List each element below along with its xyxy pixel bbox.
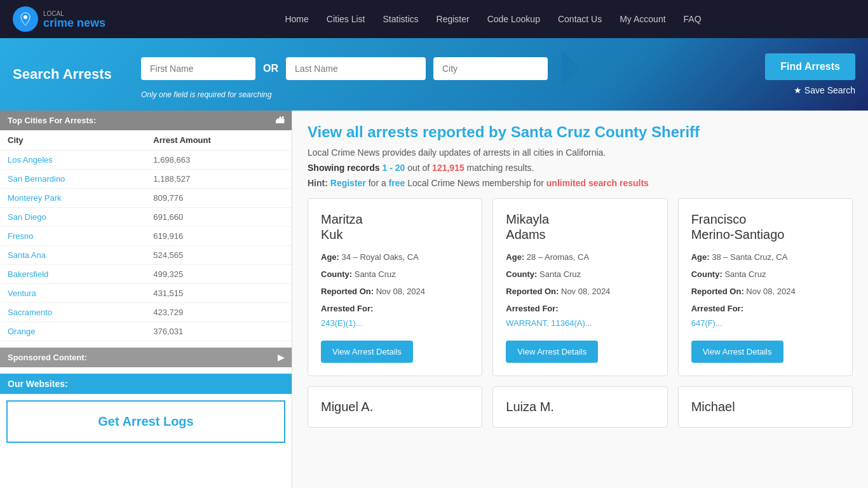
city-link[interactable]: Bakersfield (8, 269, 48, 279)
nav-code-lookup[interactable]: Code Lookup (487, 14, 540, 24)
arrest-card: FranciscoMerino-Santiago Age: 38 – Santa… (678, 198, 853, 376)
arrest-amount: 431,515 (146, 284, 292, 303)
page-description: Local Crime News provides daily updates … (308, 147, 853, 158)
save-search-button[interactable]: ★ Save Search (794, 85, 855, 95)
arrest-reported: Reported On: Nov 08, 2024 (321, 287, 469, 296)
find-arrests-button[interactable]: Find Arrests (765, 53, 855, 80)
arrest-amount: 809,776 (146, 189, 292, 208)
city-link[interactable]: San Diego (8, 212, 46, 222)
arrest-card-partial: Miguel A. (308, 386, 482, 428)
arrest-name-partial: Michael (691, 400, 839, 414)
sidebar: Top Cities For Arrests: 🏙 City Arrest Am… (0, 111, 292, 488)
table-row: Bakersfield499,325 (0, 265, 292, 284)
get-arrest-logs-title: Get Arrest Logs (20, 414, 271, 429)
logo[interactable]: LOCAL crime news (13, 6, 105, 32)
search-bar: Search Arrests OR Only one field is requ… (0, 38, 868, 111)
city-link[interactable]: Monterey Park (8, 193, 62, 203)
nav-home[interactable]: Home (285, 14, 308, 24)
arrest-amount: 1,698,663 (146, 151, 292, 170)
table-row: Sacramento423,729 (0, 303, 292, 322)
arrest-amount: 524,565 (146, 246, 292, 265)
search-title: Search Arrests (13, 66, 127, 83)
city-col-header: City (0, 130, 146, 151)
record-range: 1 - 20 (382, 163, 405, 173)
arrest-amount: 691,660 (146, 208, 292, 227)
search-bar-row: OR (141, 50, 721, 88)
search-bar-inner: OR Only one field is required for search… (141, 50, 721, 99)
play-icon: ▶ (278, 353, 284, 362)
city-link[interactable]: Fresno (8, 231, 33, 241)
table-row: Fresno619,916 (0, 227, 292, 246)
city-link[interactable]: Orange (8, 327, 35, 336)
arrest-amount: 1,188,527 (146, 170, 292, 189)
last-name-input[interactable] (286, 57, 426, 80)
city-link[interactable]: Santa Ana (8, 250, 46, 260)
showing-records: Showing records 1 - 20 out of 121,915 ma… (308, 163, 853, 173)
table-row: Ventura431,515 (0, 284, 292, 303)
register-link[interactable]: Register (330, 178, 366, 188)
arrest-col-header: Arrest Amount (146, 130, 292, 151)
view-arrest-button[interactable]: View Arrest Details (321, 341, 413, 363)
nav-contact-us[interactable]: Contact Us (558, 14, 602, 24)
our-websites-header: Our Websites: (0, 374, 292, 394)
arrest-for-label: Arrested For: (691, 304, 839, 313)
city-link[interactable]: Ventura (8, 288, 36, 298)
nav-links: Home Cities List Statistics Register Cod… (131, 14, 855, 24)
city-link[interactable]: San Bernardino (8, 174, 65, 184)
view-arrest-button[interactable]: View Arrest Details (506, 341, 598, 363)
page-heading: View all arrests reported by Santa Cruz … (308, 123, 853, 141)
main-content: Top Cities For Arrests: 🏙 City Arrest Am… (0, 111, 868, 488)
arrest-county: County: Santa Cruz (691, 269, 839, 279)
get-arrest-logs-widget: Get Arrest Logs (6, 400, 285, 443)
arrest-county: County: Santa Cruz (321, 269, 469, 279)
view-arrest-button[interactable]: View Arrest Details (691, 341, 783, 363)
sponsored-label: Sponsored Content: (8, 353, 87, 362)
sponsored-section: Sponsored Content: ▶ (0, 348, 292, 367)
logo-icon (13, 6, 38, 32)
city-icon: 🏙 (276, 116, 284, 125)
city-input[interactable] (433, 57, 548, 80)
logo-text: crime news (43, 17, 105, 29)
or-label: OR (263, 63, 278, 74)
arrest-amount: 499,325 (146, 265, 292, 284)
city-link[interactable]: Los Angeles (8, 155, 53, 165)
arrest-charge: 243(E)(1)... (321, 318, 469, 328)
total-count: 121,915 (432, 163, 465, 173)
table-row: San Bernardino1,188,527 (0, 170, 292, 189)
nav-cities-list[interactable]: Cities List (327, 14, 365, 24)
arrest-amount: 376,031 (146, 322, 292, 341)
arrest-card-partial: Michael (678, 386, 853, 428)
search-arrow-decoration (562, 50, 581, 88)
arrest-age: Age: 38 – Santa Cruz, CA (691, 252, 839, 262)
arrest-age: Age: 34 – Royal Oaks, CA (321, 252, 469, 262)
top-cities-section: Top Cities For Arrests: 🏙 City Arrest Am… (0, 111, 292, 341)
table-row: Orange376,031 (0, 322, 292, 341)
arrest-card-partial: Luiza M. (492, 386, 667, 428)
top-cities-header: Top Cities For Arrests: 🏙 (0, 111, 292, 130)
arrest-county: County: Santa Cruz (506, 269, 654, 279)
arrest-name-partial: Luiza M. (506, 400, 654, 414)
navbar: LOCAL crime news Home Cities List Statis… (0, 0, 868, 38)
star-icon: ★ (794, 85, 802, 95)
nav-my-account[interactable]: My Account (620, 14, 665, 24)
city-link[interactable]: Sacramento (8, 308, 52, 317)
arrest-card: MaritzaKuk Age: 34 – Royal Oaks, CA Coun… (308, 198, 482, 376)
arrest-charge: WARRANT, 11364(A)... (506, 318, 654, 328)
search-right: Find Arrests ★ Save Search (741, 53, 855, 95)
nav-statistics[interactable]: Statistics (383, 14, 419, 24)
nav-faq[interactable]: FAQ (684, 14, 702, 24)
arrest-charge: 647(F)... (691, 318, 839, 328)
arrest-name: MikaylaAdams (506, 212, 654, 242)
arrest-age: Age: 28 – Aromas, CA (506, 252, 654, 262)
arrest-amount: 619,916 (146, 227, 292, 246)
table-row: Santa Ana524,565 (0, 246, 292, 265)
nav-register[interactable]: Register (437, 14, 470, 24)
arrest-reported: Reported On: Nov 08, 2024 (506, 287, 654, 296)
arrest-name: MaritzaKuk (321, 212, 469, 242)
first-name-input[interactable] (141, 57, 255, 80)
table-row: Monterey Park809,776 (0, 189, 292, 208)
svg-point-1 (24, 15, 27, 19)
arrest-cards-grid: MaritzaKuk Age: 34 – Royal Oaks, CA Coun… (308, 198, 853, 376)
arrest-reported: Reported On: Nov 08, 2024 (691, 287, 839, 296)
hint-text: Hint: Register for a free Local Crime Ne… (308, 178, 853, 188)
